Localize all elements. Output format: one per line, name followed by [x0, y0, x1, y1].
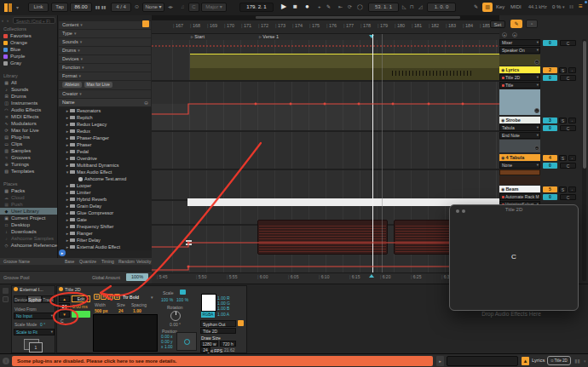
logo-chevron-icon[interactable]: ▾	[16, 4, 19, 12]
global-amount-value[interactable]: 100%	[126, 273, 148, 281]
align-center-icon[interactable]: ≡	[101, 294, 107, 300]
spacing-value[interactable]: 1.00	[133, 308, 141, 313]
device-view-selector-icon[interactable]	[3, 288, 9, 294]
beam-crossfade[interactable]: C	[560, 194, 576, 200]
mixer-device-chooser[interactable]: Mixer▾	[499, 39, 540, 46]
time-signature-field[interactable]: 4 / 4	[111, 3, 131, 12]
track-name-beam[interactable]: ◉Beam	[499, 186, 540, 192]
creator-filter-row[interactable]: Creator▾	[59, 90, 151, 98]
lyrics-solo-button[interactable]: S	[559, 67, 567, 73]
device-list-item[interactable]: ▸ Gate	[58, 216, 152, 223]
color-a-value[interactable]: 1.00 A	[217, 312, 229, 317]
sidebar-library-item[interactable]: ◫ Instruments	[0, 100, 57, 106]
time-ruler[interactable]: 5:455:505:556:006:056:106:156:206:256:30…	[152, 272, 499, 284]
filter-row[interactable]: Sounds▾	[59, 38, 151, 46]
vertical-scrollbar[interactable]	[582, 39, 586, 281]
text-content-value[interactable]: C	[61, 318, 64, 324]
info-badge-icon[interactable]: ▸	[59, 249, 66, 256]
device-list-item[interactable]: ▸ Overdrive	[58, 155, 152, 162]
meter-chevron-icon[interactable]: ▾	[584, 358, 586, 364]
sidebar-library-item[interactable]: ≈ Grooves	[0, 154, 57, 161]
ms-value[interactable]: 0.00 ms	[72, 304, 88, 309]
groove-pool-label[interactable]: Groove Pool	[3, 274, 30, 282]
scale-fit-dropdown[interactable]: Scale to Fit▾	[14, 329, 55, 335]
sidebar-library-item[interactable]: ⊞ Drums	[0, 93, 57, 100]
collection-item[interactable]: Gray	[0, 60, 57, 66]
video-from-dropdown[interactable]: No Input▾	[14, 313, 55, 319]
sidebar-library-item[interactable]: ▥ Samples	[0, 147, 57, 154]
device-list-item[interactable]: ▸ Repitch	[58, 114, 152, 121]
mixer-meter-value[interactable]: 0	[543, 40, 557, 46]
history-forward-icon[interactable]: ›	[7, 17, 9, 25]
track-name-lyrics[interactable]: ◉Lyrics	[499, 66, 540, 73]
device-list-item[interactable]: ▸ Frequency Shifter	[58, 223, 152, 230]
track-name-tabula[interactable]: ◉4 Tabula	[499, 154, 540, 161]
locator-row[interactable]: StartVerse 1	[152, 34, 499, 40]
beam-arm-button[interactable]: ◦	[568, 186, 576, 192]
device-list-item[interactable]: ▸ Filter Delay	[58, 237, 152, 244]
device-list-item[interactable]: ▸ Looper	[58, 182, 152, 189]
device-list-item[interactable]: ▸ Grain Delay	[58, 203, 152, 209]
sidebar-place-item[interactable]: ♪ Ashcome Samples	[0, 235, 57, 242]
tabula-body[interactable]	[499, 176, 540, 185]
punch-out-icon[interactable]: ◿	[418, 3, 423, 11]
midi-map-button[interactable]: MIDI	[510, 3, 522, 11]
device-on-button[interactable]	[59, 287, 63, 291]
sidebar-library-item[interactable]: ≍ MIDI Effects	[0, 113, 57, 120]
filters-toggle-button[interactable]	[142, 20, 149, 27]
filter-row[interactable]: Drums▾	[59, 47, 151, 54]
strobe-track-number[interactable]: 3	[543, 118, 557, 123]
track-name-strobe[interactable]: ◉Strobe	[499, 117, 540, 123]
lock-envelopes-button[interactable]: ▫	[526, 20, 538, 28]
syphon-out-row[interactable]: Syphon Out	[200, 320, 236, 327]
clip-view-selector-icon[interactable]	[3, 296, 9, 302]
external-device[interactable]: External I... Device Syphon Track Video …	[11, 285, 55, 353]
automation-arm-button[interactable]: ▥	[482, 3, 493, 12]
device-list-item[interactable]: ▸ Pedal	[58, 148, 152, 155]
lyrics-param-chooser[interactable]: Title▾	[499, 82, 540, 89]
device-list-item[interactable]: Ashcome Test.amxd	[58, 175, 152, 182]
tabula-strip[interactable]	[499, 169, 540, 175]
track-lanes[interactable]	[152, 40, 499, 272]
sidebar-place-item[interactable]: ↓ Downloads	[0, 228, 57, 235]
tabula-solo-button[interactable]: S	[559, 155, 567, 161]
name-column-header[interactable]: Name ⊖	[59, 99, 151, 106]
link-icon[interactable]	[180, 290, 186, 295]
loop-icon[interactable]: ⟳	[348, 3, 352, 11]
sidebar-library-item[interactable]: ♪ Sounds	[0, 86, 57, 93]
align-left-icon[interactable]: ≡	[94, 294, 100, 300]
group-clip[interactable]	[190, 54, 499, 68]
sidebar-place-item[interactable]: □ Desktop	[0, 221, 57, 228]
device-list-item[interactable]: ▸ Flanger	[58, 230, 152, 237]
align-right-icon[interactable]: ≡	[107, 294, 113, 300]
loop-length-display[interactable]: 1. 0. 0	[427, 3, 456, 12]
sidebar-library-item[interactable]: ▤ Plug-Ins	[0, 134, 57, 140]
device-list-item[interactable]: ▸ Glue Compressor	[58, 209, 152, 216]
back-to-arrangement-icon[interactable]: ⇤	[338, 3, 343, 11]
sidebar-place-item[interactable]: ▦ Push	[0, 201, 57, 208]
filter-row[interactable]: Function▾	[59, 64, 151, 72]
beam-track-number[interactable]: 5	[543, 186, 557, 192]
beam-solo-button[interactable]: S	[559, 186, 567, 192]
collection-item[interactable]: Purple	[0, 53, 57, 60]
lyrics-arm-button[interactable]: ◦	[568, 67, 576, 73]
device-on-button[interactable]	[14, 287, 18, 291]
scale-name-menu[interactable]: Major ▾	[201, 3, 227, 12]
midi-clip[interactable]	[257, 220, 388, 255]
tabula-arm-button[interactable]: ◦	[568, 155, 576, 161]
filter-row[interactable]: Type▾	[59, 30, 151, 37]
link-button[interactable]: Link	[28, 3, 49, 12]
tempo-field[interactable]: 86.00	[70, 3, 92, 12]
position-z-value[interactable]: x 1.00	[161, 344, 173, 349]
device-list-item[interactable]: ▸ Limiter	[58, 189, 152, 196]
fps-value[interactable]: 24	[200, 347, 210, 353]
edit-button[interactable]: Edit	[72, 295, 90, 302]
nudge-icons[interactable]: ◂▸	[168, 3, 173, 11]
beam-device-chooser[interactable]: Automate Rack M▾	[499, 193, 540, 200]
strobe-meter-value[interactable]: 0	[543, 125, 557, 131]
sidebar-library-item[interactable]: ▧ Templates	[0, 168, 57, 175]
group-clip-lower[interactable]	[190, 68, 499, 80]
display-front-icon[interactable]: 1	[29, 342, 43, 353]
warning-message-bar[interactable]: Some plug-ins are disabled. Please click…	[12, 356, 433, 366]
beat-time-ruler[interactable]: 1671681691701711721731741751761771781791…	[152, 20, 499, 34]
